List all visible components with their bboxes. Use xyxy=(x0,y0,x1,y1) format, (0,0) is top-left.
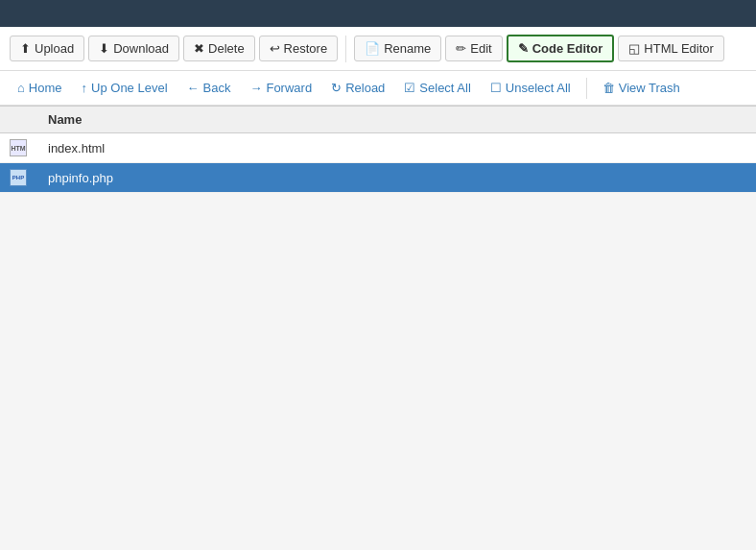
edit-label: Edit xyxy=(470,41,491,56)
reload-label: Reload xyxy=(345,81,385,95)
unselect-all-label: Unselect All xyxy=(506,81,571,95)
file-table: Name HTM index.html PHP phpinfo.php xyxy=(0,106,756,193)
select-all-button[interactable]: ☑ Select All xyxy=(396,77,478,99)
top-bar xyxy=(0,0,756,27)
back-button[interactable]: ← Back xyxy=(179,77,239,99)
toolbar-separator-1 xyxy=(345,36,346,62)
forward-icon: → xyxy=(249,81,262,95)
rename-label: Rename xyxy=(384,41,431,56)
upload-icon: ⬆ xyxy=(20,41,31,56)
main-content: Name HTM index.html PHP phpinfo.php xyxy=(0,106,756,193)
home-nav-button[interactable]: ⌂ Home xyxy=(10,77,70,99)
table-row-selected[interactable]: PHP phpinfo.php xyxy=(0,163,756,193)
rename-icon: 📄 xyxy=(365,41,380,56)
edit-icon: ✏ xyxy=(456,41,466,56)
restore-label: Restore xyxy=(284,41,328,56)
unselect-icon: ☐ xyxy=(490,81,502,95)
back-label: Back xyxy=(203,81,231,95)
restore-icon: ↩ xyxy=(270,41,280,56)
code-editor-icon: ✎ xyxy=(518,41,529,56)
file-name[interactable]: index.html xyxy=(38,133,756,163)
name-col-header: Name xyxy=(38,107,756,133)
html-editor-icon: ◱ xyxy=(628,41,640,56)
file-name-selected[interactable]: phpinfo.php xyxy=(38,163,756,193)
html-editor-label: HTML Editor xyxy=(644,41,713,56)
trash-icon: 🗑 xyxy=(602,81,615,95)
delete-button[interactable]: ✖ Delete xyxy=(183,36,255,61)
select-all-label: Select All xyxy=(419,81,470,95)
delete-icon: ✖ xyxy=(194,41,204,56)
html-file-icon: HTM xyxy=(10,139,27,156)
view-trash-label: View Trash xyxy=(619,81,680,95)
row-checkbox-selected[interactable]: PHP xyxy=(0,163,38,193)
delete-label: Delete xyxy=(208,41,245,56)
download-icon: ⬇ xyxy=(99,41,109,56)
reload-button[interactable]: ↻ Reload xyxy=(323,77,392,99)
forward-button[interactable]: → Forward xyxy=(242,77,319,99)
restore-button[interactable]: ↩ Restore xyxy=(259,36,339,61)
selectall-icon: ☑ xyxy=(404,81,415,95)
forward-label: Forward xyxy=(266,81,312,95)
up-label: Up One Level xyxy=(91,81,168,95)
download-label: Download xyxy=(113,41,169,56)
back-icon: ← xyxy=(187,81,200,95)
edit-button[interactable]: ✏ Edit xyxy=(445,36,502,61)
table-row[interactable]: HTM index.html xyxy=(0,133,756,163)
row-checkbox[interactable]: HTM xyxy=(0,133,38,163)
html-editor-button[interactable]: ◱ HTML Editor xyxy=(618,36,723,61)
php-file-icon: PHP xyxy=(10,169,27,186)
upload-label: Upload xyxy=(35,41,74,56)
toolbar: ⬆ Upload ⬇ Download ✖ Delete ↩ Restore 📄… xyxy=(0,27,756,71)
unselect-all-button[interactable]: ☐ Unselect All xyxy=(483,77,579,99)
view-trash-button[interactable]: 🗑 View Trash xyxy=(595,77,688,99)
code-editor-button[interactable]: ✎ Code Editor xyxy=(507,35,615,62)
upload-button[interactable]: ⬆ Upload xyxy=(10,36,84,61)
download-button[interactable]: ⬇ Download xyxy=(88,36,179,61)
up-icon: ↑ xyxy=(82,81,88,95)
nav-bar: ⌂ Home ↑ Up One Level ← Back → Forward ↻… xyxy=(0,71,756,106)
up-one-level-button[interactable]: ↑ Up One Level xyxy=(74,77,176,99)
rename-button[interactable]: 📄 Rename xyxy=(354,36,441,61)
nav-separator xyxy=(586,78,587,99)
checkbox-col-header xyxy=(0,107,38,133)
home-label: Home xyxy=(29,81,62,95)
reload-icon: ↻ xyxy=(331,81,342,95)
home-icon: ⌂ xyxy=(17,81,25,95)
code-editor-label: Code Editor xyxy=(532,41,603,56)
